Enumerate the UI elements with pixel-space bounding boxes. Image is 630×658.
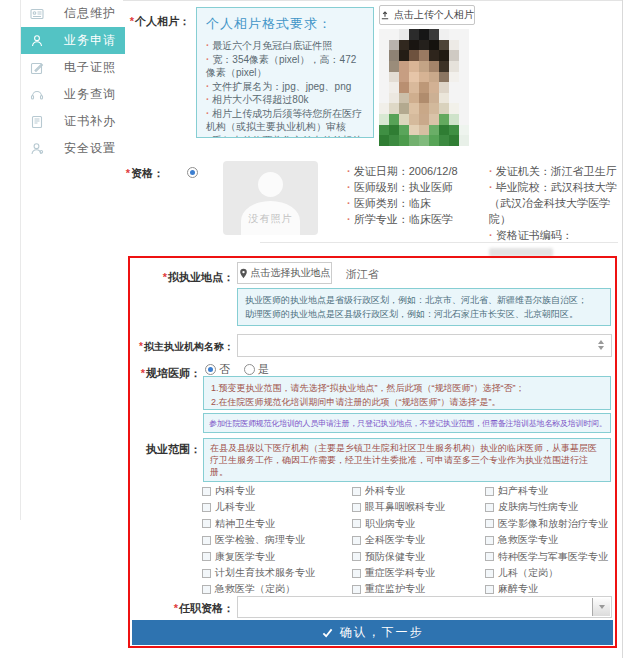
qualification-details-left: ·发证日期：2006/12/8·医师级别：执业医师·医师类别：临床·所学专业：临… xyxy=(347,163,489,227)
checkbox-icon[interactable] xyxy=(352,487,361,496)
no-photo-text: 没有照片 xyxy=(223,212,318,226)
scope-checkbox-重症监护专业[interactable]: 重症监护专业 xyxy=(352,582,425,596)
sidebar-item-电子证照[interactable]: 电子证照 xyxy=(21,54,125,81)
sidebar-item-安全设置[interactable]: 安全设置 xyxy=(21,135,125,162)
scope-checkbox-重症医学科专业[interactable]: 重症医学科专业 xyxy=(352,566,435,580)
checkbox-icon[interactable] xyxy=(485,585,494,594)
photo-pixel xyxy=(409,93,419,104)
confirm-next-label: 确认，下一步 xyxy=(340,624,424,641)
trainee-radio-是[interactable] xyxy=(244,364,255,375)
trainee-option-是[interactable]: 是 xyxy=(244,363,269,375)
photo-pixel xyxy=(409,103,419,114)
scope-checkbox-医学影像和放射治疗专业[interactable]: 医学影像和放射治疗专业 xyxy=(485,517,608,531)
checkbox-icon[interactable] xyxy=(202,487,211,496)
scope-checkbox-康复医学专业[interactable]: 康复医学专业 xyxy=(202,550,275,564)
scope-checkbox-职业病专业[interactable]: 职业病专业 xyxy=(352,517,415,531)
scope-checkbox-儿科专业[interactable]: 儿科专业 xyxy=(202,500,255,514)
scope-checkbox-眼耳鼻咽喉科专业[interactable]: 眼耳鼻咽喉科专业 xyxy=(352,500,445,514)
checkbox-icon[interactable] xyxy=(202,585,211,594)
photo-pixel xyxy=(399,72,409,83)
checkbox-icon[interactable] xyxy=(202,569,211,578)
photo-requirement-item: ·最近六个月免冠白底证件照 xyxy=(206,39,364,53)
photo-requirements-title: 个人相片格式要求： xyxy=(206,15,364,33)
checkbox-icon[interactable] xyxy=(352,519,361,528)
sidebar-item-证书补办[interactable]: 证书补办 xyxy=(21,108,125,135)
choose-location-button[interactable]: 点击选择执业地点 xyxy=(237,262,332,284)
scope-checkbox-医学检验、病理专业[interactable]: 医学检验、病理专业 xyxy=(202,533,305,547)
scope-checkbox-计划生育技术服务专业[interactable]: 计划生育技术服务专业 xyxy=(202,566,315,580)
scope-checkbox-儿科（定岗）[interactable]: 儿科（定岗） xyxy=(485,566,558,580)
checkbox-icon[interactable] xyxy=(202,519,211,528)
qualification-radio[interactable] xyxy=(187,167,198,178)
trainee-radio-否[interactable] xyxy=(205,364,216,375)
photo-pixel xyxy=(429,50,439,61)
photo-pixel xyxy=(449,114,459,125)
bullet-icon: · xyxy=(489,181,493,193)
qualification-detail: ·医师类别：临床 xyxy=(347,195,489,211)
checkbox-icon[interactable] xyxy=(352,569,361,578)
org-name-input[interactable] xyxy=(237,334,612,357)
sidebar-item-业务查询[interactable]: 业务查询 xyxy=(21,81,125,108)
scope-checkbox-外科专业[interactable]: 外科专业 xyxy=(352,484,405,498)
confirm-next-button[interactable]: 确认，下一步 xyxy=(132,620,613,645)
title-qualification-select[interactable] xyxy=(237,596,612,618)
upload-photo-button[interactable]: 点击上传个人相片 xyxy=(379,5,475,25)
photo-pixel xyxy=(459,125,469,136)
photo-pixel xyxy=(429,29,439,40)
photo-pixel xyxy=(399,50,409,61)
combo-arrows-icon[interactable] xyxy=(598,340,604,350)
checkbox-icon[interactable] xyxy=(352,585,361,594)
sidebar-item-业务申请[interactable]: 业务申请 xyxy=(21,27,125,54)
checkbox-icon[interactable] xyxy=(202,552,211,561)
scope-checkbox-麻醉专业[interactable]: 麻醉专业 xyxy=(485,582,538,596)
photo-pixel xyxy=(459,50,469,61)
checkbox-icon[interactable] xyxy=(352,552,361,561)
scope-checkbox-妇产科专业[interactable]: 妇产科专业 xyxy=(485,484,548,498)
scope-checkbox-全科医学专业[interactable]: 全科医学专业 xyxy=(352,533,425,547)
checkbox-icon[interactable] xyxy=(485,487,494,496)
dropdown-button[interactable] xyxy=(592,598,610,616)
photo-pixel xyxy=(419,114,429,125)
photo-pixel xyxy=(449,61,459,72)
content-top-border xyxy=(123,0,623,1)
hint-line: 1.预变更执业范围，请先选择“拟执业地点”，然后此项（“规培医师”）选择“否”； xyxy=(211,381,603,395)
checkbox-icon[interactable] xyxy=(202,503,211,512)
checkbox-icon[interactable] xyxy=(202,536,211,545)
photo-pixel xyxy=(409,125,419,136)
photo-pixel xyxy=(449,29,459,40)
checkbox-icon[interactable] xyxy=(485,519,494,528)
photo-pixel xyxy=(419,103,429,114)
scope-checkbox-内科专业[interactable]: 内科专业 xyxy=(202,484,255,498)
scope-checkbox-急救医学专业[interactable]: 急救医学专业 xyxy=(485,533,558,547)
photo-pixel xyxy=(449,50,459,61)
checkbox-icon[interactable] xyxy=(485,536,494,545)
checkbox-icon[interactable] xyxy=(352,503,361,512)
bullet-icon: · xyxy=(347,197,351,209)
scope-checkbox-预防保健专业[interactable]: 预防保健专业 xyxy=(352,550,425,564)
photo-pixel xyxy=(429,72,439,83)
qualification-detail: ·毕业院校：武汉科技大学（武汉冶金科技大学医学院） xyxy=(489,179,620,227)
scope-checkbox-急救医学（定岗）[interactable]: 急救医学（定岗） xyxy=(202,582,295,596)
bullet-icon: · xyxy=(489,229,493,241)
photo-pixel xyxy=(449,103,459,114)
checkbox-icon[interactable] xyxy=(485,552,494,561)
choose-location-label: 点击选择执业地点 xyxy=(251,266,331,280)
sidebar-item-信息维护[interactable]: 信息维护 xyxy=(21,0,125,27)
checkbox-icon[interactable] xyxy=(485,569,494,578)
photo-pixel xyxy=(409,135,419,146)
scope-checkbox-精神卫生专业[interactable]: 精神卫生专业 xyxy=(202,517,275,531)
photo-pixel xyxy=(459,135,469,146)
bullet-icon: · xyxy=(489,165,493,177)
photo-pixel xyxy=(459,72,469,83)
checkbox-icon[interactable] xyxy=(352,536,361,545)
photo-requirement-item: ·文件扩展名为：jpg、jpeg、png xyxy=(206,80,364,94)
photo-pixel xyxy=(419,82,429,93)
photo-pixel xyxy=(389,125,399,136)
required-asterisk: * xyxy=(163,271,167,283)
photo-pixel xyxy=(449,135,459,146)
scope-checkbox-特种医学与军事医学专业[interactable]: 特种医学与军事医学专业 xyxy=(485,550,608,564)
scope-checkbox-皮肤病与性病专业[interactable]: 皮肤病与性病专业 xyxy=(485,500,578,514)
trainee-option-否[interactable]: 否 xyxy=(205,363,230,375)
checkbox-icon[interactable] xyxy=(485,503,494,512)
photo-pixel xyxy=(419,72,429,83)
